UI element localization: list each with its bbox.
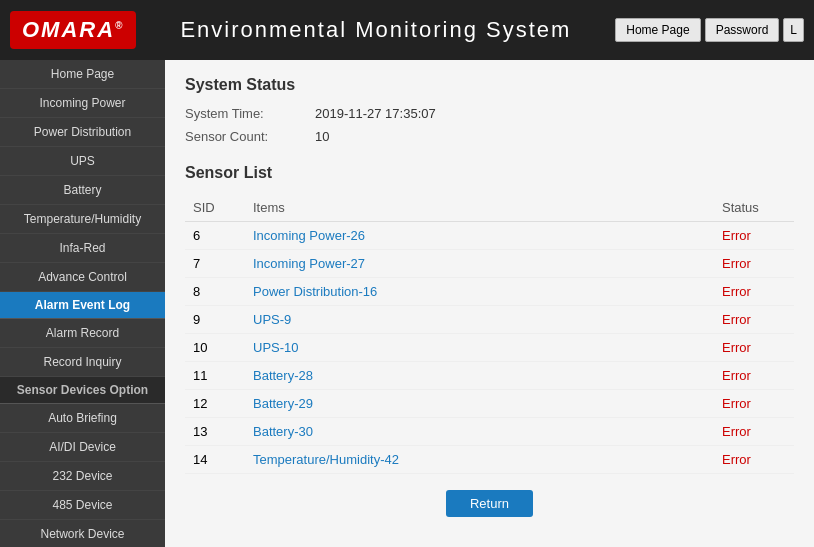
system-time-row: System Time: 2019-11-27 17:35:07 <box>185 106 794 121</box>
sensor-status-0: Error <box>714 222 794 250</box>
sidebar-item-home-page[interactable]: Home Page <box>0 60 165 89</box>
sensor-sid-5: 11 <box>185 362 245 390</box>
logo-text: OMARA <box>22 17 115 42</box>
th-sid: SID <box>185 194 245 222</box>
table-row: 11Battery-28Error <box>185 362 794 390</box>
th-items: Items <box>245 194 714 222</box>
system-time-label: System Time: <box>185 106 315 121</box>
sidebar-item-sensor-devices-option[interactable]: Sensor Devices Option <box>0 377 165 404</box>
main-content: System Status System Time: 2019-11-27 17… <box>165 60 814 547</box>
system-status-title: System Status <box>185 76 794 94</box>
sensor-status-7: Error <box>714 418 794 446</box>
sensor-sid-0: 6 <box>185 222 245 250</box>
logo-sup: ® <box>115 20 124 31</box>
sensor-item-3[interactable]: UPS-9 <box>245 306 714 334</box>
sensor-status-8: Error <box>714 446 794 474</box>
sensor-count-label: Sensor Count: <box>185 129 315 144</box>
sensor-status-5: Error <box>714 362 794 390</box>
sidebar-item-power-distribution[interactable]: Power Distribution <box>0 118 165 147</box>
app-title: Environmental Monitoring System <box>136 17 615 43</box>
table-row: 7Incoming Power-27Error <box>185 250 794 278</box>
sensor-status-2: Error <box>714 278 794 306</box>
sidebar-item-infa-red[interactable]: Infa-Red <box>0 234 165 263</box>
sensor-item-7[interactable]: Battery-30 <box>245 418 714 446</box>
sensor-item-4[interactable]: UPS-10 <box>245 334 714 362</box>
sensor-sid-2: 8 <box>185 278 245 306</box>
sensor-status-6: Error <box>714 390 794 418</box>
sensor-sid-3: 9 <box>185 306 245 334</box>
sidebar-item-alarm-event-log[interactable]: Alarm Event Log <box>0 292 165 319</box>
sidebar-item-battery[interactable]: Battery <box>0 176 165 205</box>
sensor-status-1: Error <box>714 250 794 278</box>
header: OMARA® Environmental Monitoring System H… <box>0 0 814 60</box>
table-row: 12Battery-29Error <box>185 390 794 418</box>
sidebar: Home PageIncoming PowerPower Distributio… <box>0 60 165 547</box>
sensor-status-3: Error <box>714 306 794 334</box>
sidebar-item-232-device[interactable]: 232 Device <box>0 462 165 491</box>
sensor-list-title: Sensor List <box>185 164 794 182</box>
sidebar-item-auto-briefing[interactable]: Auto Briefing <box>0 404 165 433</box>
table-row: 14Temperature/Humidity-42Error <box>185 446 794 474</box>
sidebar-item-aidi-device[interactable]: AI/DI Device <box>0 433 165 462</box>
return-button-wrap: Return <box>185 490 794 517</box>
sensor-sid-4: 10 <box>185 334 245 362</box>
sidebar-item-485-device[interactable]: 485 Device <box>0 491 165 520</box>
logout-button[interactable]: L <box>783 18 804 42</box>
sidebar-item-advance-control[interactable]: Advance Control <box>0 263 165 292</box>
sensor-sid-1: 7 <box>185 250 245 278</box>
sensor-item-5[interactable]: Battery-28 <box>245 362 714 390</box>
sensor-sid-8: 14 <box>185 446 245 474</box>
table-row: 6Incoming Power-26Error <box>185 222 794 250</box>
header-buttons: Home Page Password L <box>615 18 804 42</box>
sensor-count-row: Sensor Count: 10 <box>185 129 794 144</box>
sensor-status-4: Error <box>714 334 794 362</box>
sensor-item-8[interactable]: Temperature/Humidity-42 <box>245 446 714 474</box>
sensor-count-value: 10 <box>315 129 329 144</box>
table-row: 13Battery-30Error <box>185 418 794 446</box>
th-status: Status <box>714 194 794 222</box>
return-button[interactable]: Return <box>446 490 533 517</box>
table-row: 10UPS-10Error <box>185 334 794 362</box>
sensor-item-6[interactable]: Battery-29 <box>245 390 714 418</box>
sensor-item-2[interactable]: Power Distribution-16 <box>245 278 714 306</box>
sensor-sid-7: 13 <box>185 418 245 446</box>
table-row: 8Power Distribution-16Error <box>185 278 794 306</box>
sensor-sid-6: 12 <box>185 390 245 418</box>
sidebar-item-incoming-power[interactable]: Incoming Power <box>0 89 165 118</box>
sensor-item-1[interactable]: Incoming Power-27 <box>245 250 714 278</box>
sidebar-item-record-inquiry[interactable]: Record Inquiry <box>0 348 165 377</box>
table-header-row: SID Items Status <box>185 194 794 222</box>
sensor-table: SID Items Status 6Incoming Power-26Error… <box>185 194 794 474</box>
password-button[interactable]: Password <box>705 18 780 42</box>
system-info: System Time: 2019-11-27 17:35:07 Sensor … <box>185 106 794 144</box>
table-row: 9UPS-9Error <box>185 306 794 334</box>
sidebar-item-network-device[interactable]: Network Device <box>0 520 165 547</box>
logo: OMARA® <box>10 11 136 49</box>
home-page-button[interactable]: Home Page <box>615 18 700 42</box>
system-time-value: 2019-11-27 17:35:07 <box>315 106 436 121</box>
sidebar-item-temperature-humidity[interactable]: Temperature/Humidity <box>0 205 165 234</box>
sensor-item-0[interactable]: Incoming Power-26 <box>245 222 714 250</box>
layout: Home PageIncoming PowerPower Distributio… <box>0 60 814 547</box>
sidebar-item-alarm-record[interactable]: Alarm Record <box>0 319 165 348</box>
sidebar-item-ups[interactable]: UPS <box>0 147 165 176</box>
